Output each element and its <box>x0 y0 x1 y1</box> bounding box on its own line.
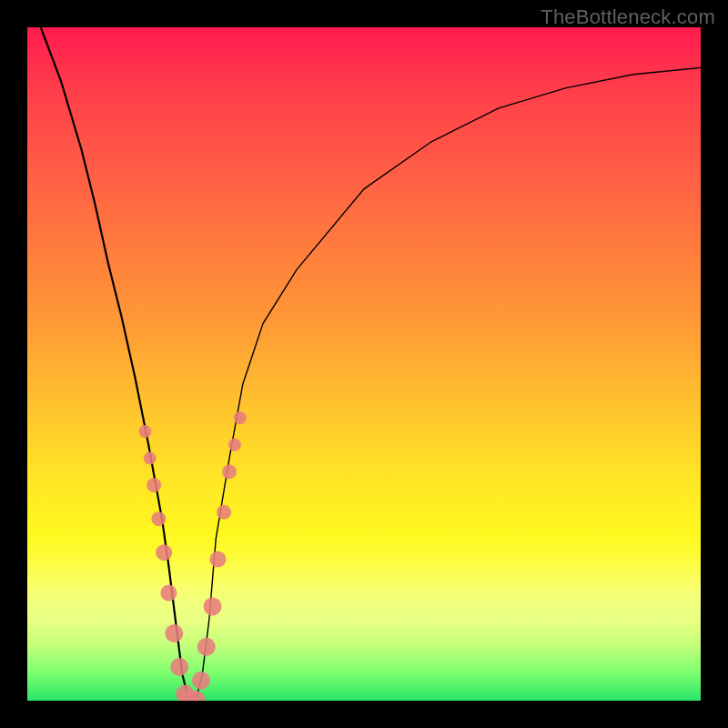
highlight-point <box>170 658 188 676</box>
plot-area <box>27 27 701 701</box>
highlight-point <box>160 585 177 602</box>
highlight-point <box>204 597 222 615</box>
highlight-point <box>156 544 172 561</box>
highlight-point <box>234 411 247 424</box>
chart-frame: TheBottleneck.com <box>0 0 728 728</box>
bottleneck-curve-right <box>189 67 701 701</box>
highlight-point <box>151 511 166 526</box>
highlight-point <box>197 638 216 656</box>
highlight-point <box>139 425 152 438</box>
highlight-point <box>222 464 237 479</box>
curve-layer <box>27 27 701 701</box>
highlight-point <box>228 439 241 451</box>
highlight-point <box>217 505 231 520</box>
highlight-point <box>165 624 183 642</box>
watermark-text: TheBottleneck.com <box>541 5 715 29</box>
highlight-point <box>144 452 157 465</box>
highlight-point <box>209 551 226 568</box>
highlight-point <box>192 672 210 690</box>
highlight-point <box>147 478 161 492</box>
